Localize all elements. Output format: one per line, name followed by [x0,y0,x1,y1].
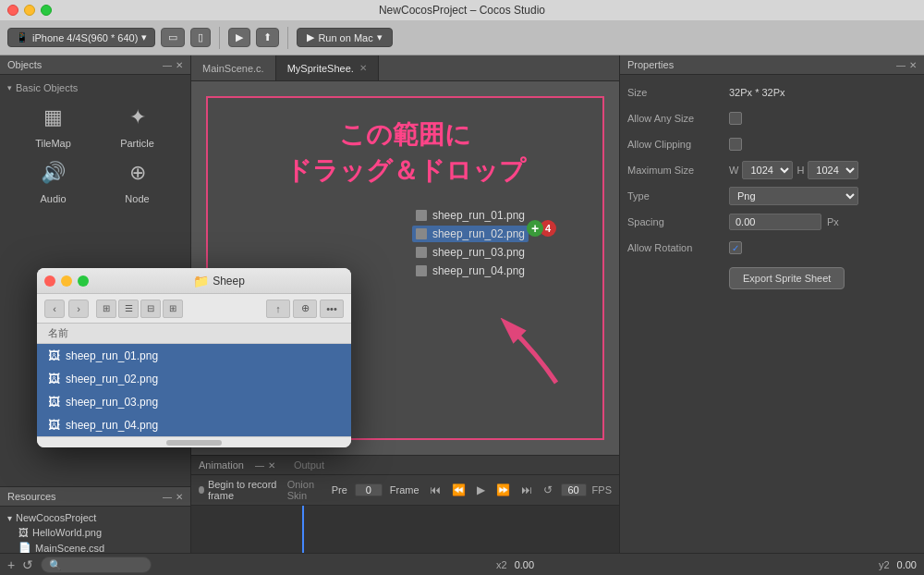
fps-input[interactable] [561,483,587,496]
prop-row-max-size: Maximum Size W 1024 512 2048 H 1024 512 … [627,160,917,180]
finder-window: 📁 Sheep ‹ › ⊞ ☰ ⊟ ⊞ ↑ ⊕ ••• 名前 [37,268,351,447]
properties-title: Properties [627,59,674,70]
max-size-label: Maximum Size [627,165,729,176]
layout-btn-2[interactable]: ▯ [190,28,211,47]
finder-filename-1: sheep_run_01.png [66,349,158,362]
skip-start-btn[interactable]: ⏮ [427,483,444,497]
resources-minimize-icon[interactable]: — [163,492,172,502]
loop-btn[interactable]: ↺ [541,483,555,497]
finder-tags-btn[interactable]: ⊕ [293,300,317,318]
max-size-inputs: W 1024 512 2048 H 1024 512 2048 [729,161,858,179]
file-dot-2 [416,228,427,239]
properties-close-icon[interactable]: ✕ [909,60,917,70]
allow-rotation-checkbox[interactable] [729,241,742,254]
objects-minimize-icon[interactable]: — [163,60,172,70]
finder-close-btn[interactable] [44,275,55,287]
next-frame-btn[interactable]: ⏩ [493,483,513,497]
canvas-file-item-1[interactable]: sheep_run_01.png [412,207,529,224]
bottom-bar: + ↺ x2 0.00 y2 0.00 [0,553,924,575]
canvas-file-item-2[interactable]: sheep_run_02.png + 4 [412,226,529,242]
remove-layer-btn[interactable]: ↺ [22,557,33,572]
size-value: 32Px * 32Px [729,87,785,98]
drag-arrow [482,318,575,392]
size-label: Size [627,87,729,98]
finder-min-btn[interactable] [61,275,72,287]
record-label: Begin to record frame [208,479,280,501]
finder-forward-btn[interactable]: › [68,300,89,318]
anim-minimize-icon[interactable]: — [255,460,264,471]
search-input[interactable] [41,557,152,573]
finder-list-view-btn[interactable]: ☰ [118,300,139,318]
finder-max-btn[interactable] [78,275,89,287]
playback-controls: ⏮ ⏪ ▶ ⏩ ⏭ ↺ FPS [427,483,612,497]
max-h-select[interactable]: 1024 512 2048 [808,161,858,179]
play-btn[interactable]: ▶ [228,28,250,47]
tabs-bar: MainScene.c. MySpriteShee. ✕ [191,55,619,81]
finder-file-item-3[interactable]: 🖼 sheep_run_03.png [37,390,351,413]
canvas-file-item-3[interactable]: sheep_run_03.png [412,244,529,261]
fps-label: FPS [592,484,612,495]
skip-end-btn[interactable]: ⏭ [518,483,535,497]
object-item-tilemap[interactable]: ▦ TileMap [15,101,91,149]
allow-any-size-checkbox[interactable] [729,112,742,125]
layout-btn-1[interactable]: ▭ [161,28,185,47]
close-button[interactable] [7,5,18,16]
canvas-file-list: sheep_run_01.png sheep_run_02.png + 4 sh… [412,207,529,279]
finder-share-btn[interactable]: ↑ [266,300,290,318]
allow-clipping-checkbox[interactable] [729,138,742,151]
resources-close-icon[interactable]: ✕ [176,492,183,502]
anim-close-icon[interactable]: ✕ [268,460,275,471]
play-pause-btn[interactable]: ▶ [474,483,488,497]
finder-file-item-2[interactable]: 🖼 sheep_run_02.png [37,367,351,390]
finder-filename-2: sheep_run_02.png [66,373,158,385]
finder-column-view-btn[interactable]: ⊟ [140,300,161,318]
tab-mainscene[interactable]: MainScene.c. [191,55,276,80]
run-on-mac-button[interactable]: ▶ Run on Mac ▾ [297,28,392,47]
export-sprite-sheet-button[interactable]: Export Sprite Sheet [729,267,845,289]
finder-file-item-1[interactable]: 🖼 sheep_run_01.png [37,344,351,367]
finder-back-btn[interactable]: ‹ [44,300,65,318]
prop-row-allow-clipping: Allow Clipping [627,134,917,154]
object-item-node[interactable]: ⊕ Node [99,156,176,204]
finder-coverflow-view-btn[interactable]: ⊞ [163,300,183,318]
record-dot [199,486,204,494]
anim-icons: — ✕ [255,460,275,471]
finder-icon-view-btn[interactable]: ⊞ [96,300,116,318]
add-layer-btn[interactable]: + [7,557,15,572]
badge-plus-icon: + [527,220,543,237]
tab-spritesheet-label: MySpriteShee. [287,63,354,74]
properties-minimize-icon[interactable]: — [896,60,906,70]
finder-folder-icon: 📁 [193,274,209,288]
audio-label: Audio [40,193,66,204]
finder-file-item-4[interactable]: 🖼 sheep_run_04.png [37,413,351,436]
objects-close-icon[interactable]: ✕ [176,60,183,70]
drag-text-line2: ドラッグ＆ドロップ [286,156,526,185]
tree-item-helloworld[interactable]: 🖼 HelloWorld.png [0,525,190,540]
finder-more-btn[interactable]: ••• [320,300,344,318]
prop-row-allow-any-size: Allow Any Size [627,108,917,128]
spacing-unit: Px [827,216,839,227]
tab-spritesheet[interactable]: MySpriteShee. ✕ [276,55,379,80]
finder-scrollbar[interactable] [166,440,222,446]
minimize-button[interactable] [24,5,35,16]
canvas-file-item-4[interactable]: sheep_run_04.png [412,263,529,279]
file-dot-1 [416,210,427,221]
max-w-select[interactable]: 1024 512 2048 [742,161,793,179]
y2-value: 0.00 [897,559,917,570]
device-selector[interactable]: 📱 iPhone 4/4S(960 * 640) ▾ [7,28,155,47]
device-icon: 📱 [16,31,29,43]
pre-value-input[interactable] [355,483,383,496]
tab-spritesheet-close[interactable]: ✕ [359,63,367,73]
tree-item-project[interactable]: ▾ NewCocosProject [0,510,190,525]
spacing-input[interactable] [729,214,821,230]
object-item-particle[interactable]: ✦ Particle [99,101,176,149]
prev-frame-btn[interactable]: ⏪ [449,483,468,497]
type-select[interactable]: Png Jpg [729,187,858,205]
particle-icon: ✦ [119,101,156,134]
x2-label: x2 [496,559,507,570]
record-btn[interactable]: Begin to record frame [199,479,280,501]
object-item-audio[interactable]: 🔊 Audio [15,156,91,204]
maximize-button[interactable] [41,5,52,16]
onion-skin-label: Onion Skin [287,479,324,501]
upload-btn[interactable]: ⬆ [256,28,279,47]
